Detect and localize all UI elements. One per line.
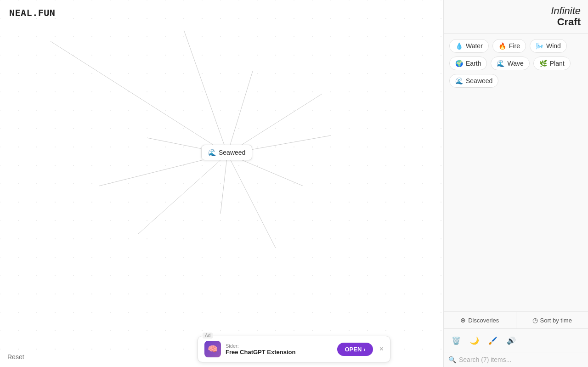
wave-emoji: 🌊	[497, 60, 504, 67]
element-fire[interactable]: 🔥 Fire	[492, 39, 526, 53]
svg-line-9	[227, 154, 276, 248]
craft-canvas[interactable]: 🌊 Seaweed	[0, 0, 443, 367]
ad-title: Free ChatGPT Extension	[226, 349, 333, 356]
ad-open-button[interactable]: OPEN ›	[337, 343, 373, 356]
open-arrow-icon: ›	[363, 346, 365, 353]
bottom-toolbar: ⊕ Discoveries ◷ Sort by time 🗑️ 🌙 🖌️ 🔊 🔍	[444, 311, 588, 367]
earth-label: Earth	[466, 60, 481, 67]
open-label: OPEN	[345, 346, 362, 353]
ad-banner: Ad 🧠 Sider: Free ChatGPT Extension OPEN …	[198, 336, 390, 362]
seaweed-emoji: 🌊	[208, 149, 216, 156]
svg-line-8	[138, 154, 227, 234]
ad-badge: Ad	[203, 333, 213, 339]
elements-grid: 💧 Water 🔥 Fire 🌬️ Wind 🌍 Earth 🌊 Wave 🌿 …	[444, 34, 588, 311]
search-bar: 🔍	[444, 352, 588, 367]
element-wave[interactable]: 🌊 Wave	[491, 56, 529, 70]
trash-button[interactable]: 🗑️	[448, 333, 464, 348]
water-label: Water	[466, 42, 483, 50]
reset-button[interactable]: Reset	[7, 353, 24, 361]
wind-emoji: 🌬️	[536, 42, 543, 50]
discoveries-icon: ⊕	[460, 316, 466, 324]
element-seaweed[interactable]: 🌊 Seaweed	[449, 74, 498, 88]
ad-close-button[interactable]: ×	[379, 345, 384, 353]
title-infinite: Infinite	[551, 5, 581, 17]
svg-line-0	[51, 41, 227, 154]
svg-line-2	[227, 71, 253, 154]
plant-label: Plant	[550, 60, 565, 67]
discoveries-tab[interactable]: ⊕ Discoveries	[444, 312, 516, 328]
sound-button[interactable]: 🔊	[503, 333, 519, 348]
sort-label: Sort by time	[540, 317, 572, 324]
seaweed-label: Seaweed	[219, 149, 245, 156]
element-plant[interactable]: 🌿 Plant	[533, 56, 571, 70]
fire-label: Fire	[509, 42, 520, 50]
plant-emoji: 🌿	[539, 60, 547, 67]
sort-icon: ◷	[532, 316, 538, 324]
wave-label: Wave	[507, 60, 523, 67]
search-input[interactable]	[459, 356, 583, 363]
earth-emoji: 🌍	[455, 60, 463, 67]
search-icon: 🔍	[448, 356, 456, 363]
svg-line-5	[220, 154, 227, 214]
fire-emoji: 🔥	[498, 42, 506, 50]
ad-brand: Sider:	[226, 343, 333, 349]
canvas-seaweed-element[interactable]: 🌊 Seaweed	[201, 145, 252, 160]
seaweed-emoji-sidebar: 🌊	[455, 77, 463, 85]
title-craft: Craft	[557, 16, 581, 28]
wind-label: Wind	[546, 42, 561, 50]
ad-icon: 🧠	[204, 341, 221, 357]
svg-line-1	[184, 30, 227, 154]
element-earth[interactable]: 🌍 Earth	[449, 56, 487, 70]
sort-by-time-tab[interactable]: ◷ Sort by time	[516, 312, 588, 328]
site-logo: NEAL.FUN	[9, 7, 55, 18]
seaweed-label-sidebar: Seaweed	[466, 77, 492, 85]
element-water[interactable]: 💧 Water	[449, 39, 489, 53]
canvas-lines	[0, 0, 443, 367]
moon-button[interactable]: 🌙	[467, 333, 482, 348]
element-wind[interactable]: 🌬️ Wind	[530, 39, 567, 53]
sidebar: Infinite Craft 💧 Water 🔥 Fire 🌬️ Wind 🌍 …	[443, 0, 588, 367]
discoveries-label: Discoveries	[468, 317, 499, 324]
game-title-area: Infinite Craft	[444, 0, 588, 34]
discoveries-bar: ⊕ Discoveries ◷ Sort by time	[444, 312, 588, 329]
brush-button[interactable]: 🖌️	[485, 333, 501, 348]
game-title: Infinite Craft	[451, 6, 581, 28]
icon-bar: 🗑️ 🌙 🖌️ 🔊	[444, 329, 588, 352]
ad-content: Sider: Free ChatGPT Extension	[226, 343, 333, 356]
water-emoji: 💧	[455, 42, 463, 50]
